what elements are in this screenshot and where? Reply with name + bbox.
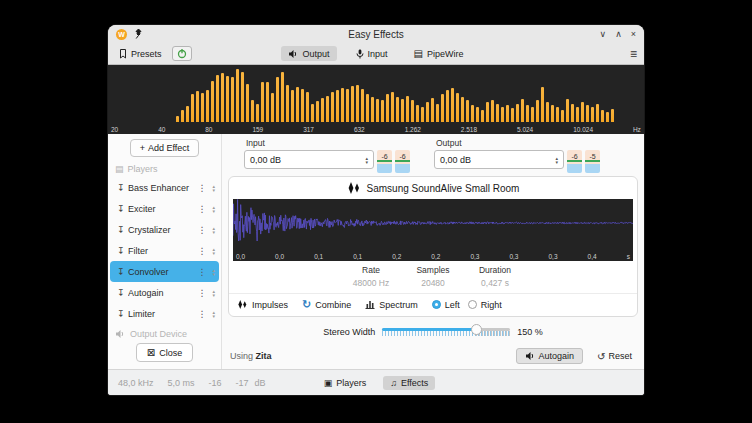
add-effect-button[interactable]: + Add Effect bbox=[130, 139, 200, 157]
spectrum-bar bbox=[516, 104, 519, 122]
channel-right-radio[interactable]: Right bbox=[468, 300, 502, 310]
spectrum-bar bbox=[396, 97, 399, 122]
combine-button[interactable]: ↻ Combine bbox=[302, 298, 351, 311]
spectrum-bar bbox=[191, 94, 194, 122]
kernel-name: Samsung SoundAlive Small Room bbox=[367, 183, 520, 194]
spectrum-bar bbox=[611, 109, 614, 122]
spectrum-bar bbox=[351, 86, 354, 122]
spectrum-bar bbox=[291, 90, 294, 122]
minimize-icon[interactable]: ∨ bbox=[600, 29, 607, 39]
output-level-meter-left: -6 bbox=[567, 150, 582, 173]
sidebar-item-filter[interactable]: ↧Filter⋮▴▾ bbox=[110, 240, 219, 261]
axis-tick: 632 bbox=[354, 126, 365, 133]
axis-tick: 0,4 bbox=[588, 253, 597, 260]
spectrum-bar bbox=[426, 102, 429, 122]
close-button[interactable]: ⊠ Close bbox=[136, 343, 193, 362]
spectrum-bar bbox=[486, 102, 489, 122]
effect-menu-icon[interactable]: ⋮ bbox=[193, 309, 210, 319]
spinbutton-arrows-icon[interactable]: ▴▾ bbox=[365, 156, 368, 164]
spectrum-bar bbox=[201, 93, 204, 122]
effects-sidebar: + Add Effect ▤ Players ↧Bass Enhancer⋮▴▾… bbox=[108, 134, 222, 369]
axis-tick: 20 bbox=[111, 126, 118, 133]
sidebar-item-players[interactable]: ▤ Players bbox=[108, 161, 221, 177]
tab-output[interactable]: Output bbox=[281, 46, 336, 61]
drag-handle-icon[interactable]: ▴▾ bbox=[210, 226, 215, 234]
maximize-icon[interactable]: ∧ bbox=[615, 29, 622, 39]
drag-handle-icon[interactable]: ▴▾ bbox=[210, 205, 215, 213]
drag-handle-icon[interactable]: ▴▾ bbox=[210, 268, 215, 276]
sidebar-item-crystalizer[interactable]: ↧Crystalizer⋮▴▾ bbox=[110, 219, 219, 240]
spectrum-bar bbox=[471, 105, 474, 122]
spectrum-bar bbox=[606, 112, 609, 122]
effect-label: Limiter bbox=[128, 309, 193, 319]
sidebar-item-bass-enhancer[interactable]: ↧Bass Enhancer⋮▴▾ bbox=[110, 177, 219, 198]
tab-pipewire[interactable]: ▤ PipeWire bbox=[407, 46, 471, 61]
spectrum-bar bbox=[286, 85, 289, 122]
effect-label: Filter bbox=[128, 246, 193, 256]
spectrum-bar bbox=[551, 105, 554, 122]
output-gain-spinbutton[interactable]: 0,00 dB ▴▾ bbox=[434, 150, 564, 169]
spectrum-bar bbox=[176, 116, 179, 122]
effect-menu-icon[interactable]: ⋮ bbox=[193, 267, 210, 277]
players-tab-icon: ▣ bbox=[324, 378, 333, 388]
spectrum-bar bbox=[526, 105, 529, 122]
effect-menu-icon[interactable]: ⋮ bbox=[193, 288, 210, 298]
spectrum-bar bbox=[596, 104, 599, 122]
tab-input[interactable]: Input bbox=[349, 46, 395, 61]
backend-name: Zita bbox=[256, 351, 272, 361]
spectrum-bar bbox=[521, 99, 524, 122]
spectrum-bar bbox=[251, 100, 254, 122]
effect-icon: ↧ bbox=[117, 183, 128, 193]
spectrum-bar bbox=[236, 69, 239, 122]
tab-effects[interactable]: ♫ Effects bbox=[383, 376, 435, 390]
speaker-icon bbox=[115, 329, 125, 339]
effect-menu-icon[interactable]: ⋮ bbox=[193, 246, 210, 256]
spectrum-bar bbox=[181, 110, 184, 122]
axis-tick: 0,0 bbox=[236, 253, 245, 260]
sidebar-item-autogain[interactable]: ↧Autogain⋮▴▾ bbox=[110, 282, 219, 303]
sidebar-item-convolver[interactable]: ↧Convolver⋮▴▾ bbox=[110, 261, 219, 282]
effect-icon: ↧ bbox=[117, 204, 128, 214]
spectrum-bar bbox=[376, 99, 379, 122]
stereo-width-slider[interactable] bbox=[382, 326, 510, 338]
drag-handle-icon[interactable]: ▴▾ bbox=[210, 310, 215, 318]
slider-handle[interactable] bbox=[471, 324, 482, 335]
impulses-button[interactable]: Impulses bbox=[237, 300, 288, 310]
effect-label: Exciter bbox=[128, 204, 193, 214]
axis-tick: 0,0 bbox=[275, 253, 284, 260]
effect-label: Crystalizer bbox=[128, 225, 193, 235]
players-icon: ▤ bbox=[115, 164, 124, 174]
drag-handle-icon[interactable]: ▴▾ bbox=[210, 289, 215, 297]
input-level-meter-left: -6 bbox=[377, 150, 392, 173]
effect-menu-icon[interactable]: ⋮ bbox=[193, 225, 210, 235]
drag-handle-icon[interactable]: ▴▾ bbox=[210, 184, 215, 192]
drag-handle-icon[interactable]: ▴▾ bbox=[210, 247, 215, 255]
spectrum-bar bbox=[411, 100, 414, 122]
sidebar-item-exciter[interactable]: ↧Exciter⋮▴▾ bbox=[110, 198, 219, 219]
close-icon[interactable]: × bbox=[631, 29, 636, 39]
spinbutton-arrows-icon[interactable]: ▴▾ bbox=[555, 156, 558, 164]
output-gain-label: Output bbox=[436, 138, 600, 148]
spectrum-bar bbox=[531, 107, 534, 122]
titlebar: W Easy Effects ∨ ∧ × bbox=[108, 25, 644, 43]
stereo-width-value: 150 % bbox=[517, 327, 543, 337]
spectrum-bar bbox=[386, 94, 389, 122]
spectrum-axis: 2040801593176321.2622.5185.02410.024Hz bbox=[111, 126, 641, 133]
axis-tick: 80 bbox=[205, 126, 212, 133]
reset-button[interactable]: ↺ Reset bbox=[593, 349, 636, 364]
menu-icon[interactable]: ≡ bbox=[630, 49, 637, 59]
autogain-button[interactable]: Autogain bbox=[516, 348, 584, 364]
channel-left-radio[interactable]: Left bbox=[432, 300, 460, 310]
spectrum-bar bbox=[446, 90, 449, 122]
effect-menu-icon[interactable]: ⋮ bbox=[193, 204, 210, 214]
input-gain-spinbutton[interactable]: 0,00 dB ▴▾ bbox=[244, 150, 374, 169]
sidebar-item-limiter[interactable]: ↧Limiter⋮▴▾ bbox=[110, 303, 219, 324]
axis-tick: 5.024 bbox=[517, 126, 533, 133]
tab-players[interactable]: ▣ Players bbox=[317, 376, 374, 390]
spectrum-button[interactable]: Spectrum bbox=[365, 300, 418, 310]
spectrum-bar bbox=[576, 107, 579, 122]
effect-menu-icon[interactable]: ⋮ bbox=[193, 183, 210, 193]
spectrum-bar bbox=[196, 91, 199, 122]
sidebar-item-output-device[interactable]: Output Device bbox=[108, 324, 221, 343]
spectrum-bar bbox=[441, 94, 444, 122]
